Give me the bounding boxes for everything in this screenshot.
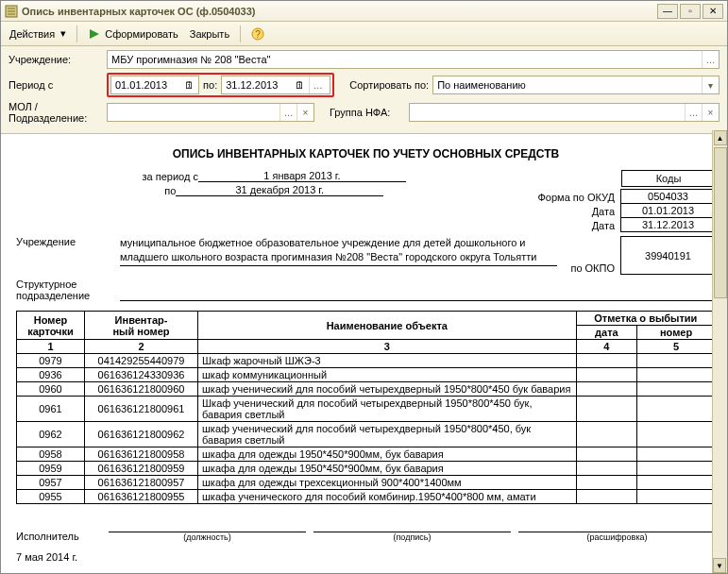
period-prefix: за период с	[143, 171, 198, 182]
period-to-value: 31 декабря 2013 г.	[176, 184, 383, 196]
table-row: 0961061636121800961Шкаф ученический для …	[17, 397, 716, 422]
period-group: 01.01.2013 🗓 по: 31.12.2013 🗓 …	[107, 73, 334, 97]
col-inv: Инвентар- ный номер	[85, 312, 198, 340]
table-row: 0936061636124330936шкаф коммуникационный	[17, 368, 716, 382]
date-from-field[interactable]: 01.01.2013 🗓	[110, 76, 199, 94]
table-row: 0960061636121800960шкаф ученический для …	[17, 382, 716, 397]
ellipsis-icon[interactable]: …	[309, 76, 326, 93]
mol-field[interactable]: … ×	[107, 103, 314, 122]
close-button[interactable]: ✕	[703, 4, 723, 19]
col-out-num: номер	[637, 326, 716, 340]
date-to-label: по:	[203, 79, 217, 91]
okpo-block: по ОКПО39940191	[565, 236, 716, 275]
signature-position-line	[109, 519, 306, 532]
inventory-table: Номер карточки Инвентар- ный номер Наиме…	[16, 311, 716, 504]
table-row: 0959061636121800959шкафа для одежды 1950…	[17, 462, 716, 476]
report-title: ОПИСЬ ИНВЕНТАРНЫХ КАРТОЧЕК ПО УЧЕТУ ОСНО…	[16, 147, 716, 160]
run-button[interactable]: Сформировать	[83, 25, 183, 43]
calendar-icon[interactable]: 🗓	[184, 79, 195, 91]
calendar-icon[interactable]: 🗓	[295, 79, 305, 91]
codes-table: Форма по ОКУД0504033 Дата01.01.2013 Дата…	[533, 189, 717, 232]
ellipsis-icon[interactable]: …	[685, 104, 702, 121]
ellipsis-icon[interactable]: …	[279, 104, 296, 121]
date-to-field[interactable]: 31.12.2013 🗓 …	[221, 76, 330, 94]
struct-value	[120, 288, 716, 301]
scroll-down-icon[interactable]: ▼	[713, 558, 726, 573]
toolbar: Действия ▾ Сформировать Закрыть ?	[1, 22, 727, 46]
filter-panel: Учреждение: МБУ прогимназия № 208 "Веста…	[1, 46, 727, 134]
group-label: Группа НФА:	[330, 107, 405, 118]
institution-row-label: Учреждение	[16, 236, 120, 247]
period-from-value: 1 января 2013 г.	[198, 170, 406, 182]
group-nfa-field[interactable]: … ×	[409, 103, 720, 122]
clear-icon[interactable]: ×	[702, 104, 719, 121]
institution-full: муниципальное бюджетное образовательное …	[120, 236, 557, 266]
col-out-date: дата	[576, 326, 636, 340]
help-icon: ?	[251, 27, 264, 41]
report-area: ОПИСЬ ИНВЕНТАРНЫХ КАРТОЧЕК ПО УЧЕТУ ОСНО…	[1, 134, 727, 574]
svg-text:?: ?	[255, 29, 261, 40]
chevron-down-icon[interactable]: ▾	[702, 76, 719, 93]
codes-header: Коды	[621, 170, 716, 187]
maximize-button[interactable]: ▫	[680, 4, 701, 19]
actions-menu[interactable]: Действия ▾	[5, 25, 71, 43]
close-report-button[interactable]: Закрыть	[185, 25, 234, 43]
mol-label: МОЛ / Подразделение:	[8, 101, 103, 124]
period-label: Период с	[8, 79, 103, 91]
app-icon	[5, 5, 18, 18]
signature-sign-line	[313, 519, 511, 532]
signature-row: Исполнитель (должность) (подпись) (расши…	[16, 519, 716, 542]
col-obj: Наименование объекта	[198, 312, 577, 340]
separator	[240, 25, 241, 42]
col-out: Отметка о выбытии	[576, 312, 715, 326]
struct-label: Структурное подразделение	[16, 279, 120, 301]
period-to-prefix: по	[164, 185, 176, 196]
executor-label: Исполнитель	[16, 531, 101, 542]
title-bar: Опись инвентарных карточек ОС (ф.0504033…	[1, 1, 727, 22]
signature-decode-line	[518, 519, 716, 532]
ellipsis-icon[interactable]: …	[702, 51, 719, 68]
vertical-scrollbar[interactable]: ▲ ▼	[712, 130, 727, 573]
chevron-down-icon: ▾	[60, 27, 66, 40]
institution-field[interactable]: МБУ прогимназия № 208 "Веста" …	[107, 50, 720, 69]
separator	[76, 25, 77, 42]
window-title: Опись инвентарных карточек ОС (ф.0504033…	[22, 6, 655, 17]
table-row: 0957061636121800957шкафа для одежды трех…	[17, 476, 716, 490]
footer-date: 7 мая 2014 г.	[16, 551, 716, 563]
scroll-up-icon[interactable]: ▲	[714, 130, 727, 145]
sort-label: Сортировать по:	[349, 79, 429, 91]
play-icon	[88, 27, 101, 41]
col-card: Номер карточки	[17, 312, 85, 340]
help-button[interactable]: ?	[246, 25, 269, 43]
clear-icon[interactable]: ×	[296, 104, 313, 121]
svg-marker-4	[90, 29, 99, 39]
minimize-button[interactable]: —	[657, 4, 678, 19]
table-row: 0955061636121800955шкафа ученического дл…	[17, 490, 716, 504]
scroll-thumb[interactable]	[714, 147, 727, 298]
sort-field[interactable]: По наименованию ▾	[432, 76, 720, 94]
institution-label: Учреждение:	[8, 54, 103, 65]
table-row: 0962061636121800962шкаф ученический для …	[17, 422, 716, 447]
table-row: 0958061636121800958шкафа для одежды 1950…	[17, 447, 716, 462]
table-row: 0979041429255440979Шкаф жарочный ШЖЭ-3	[17, 354, 716, 368]
